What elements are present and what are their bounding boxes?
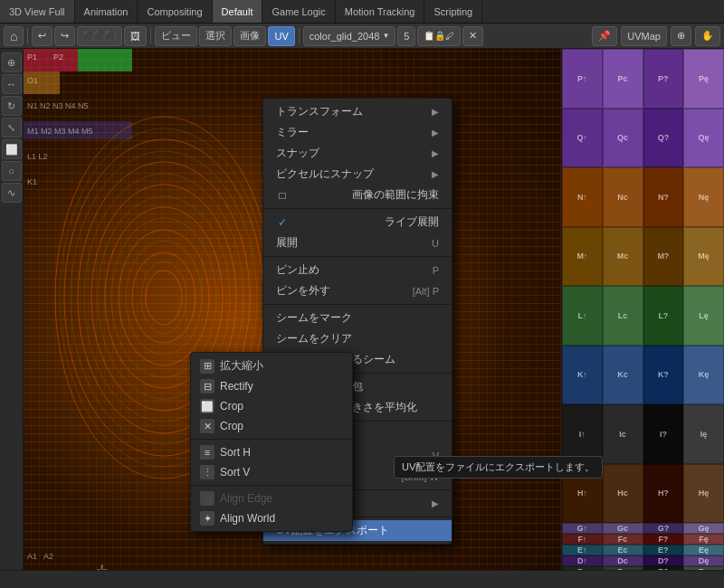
menu-shortcut-7: U — [432, 238, 439, 249]
left-tool-scale[interactable]: ⤡ — [2, 118, 22, 138]
toolbar-pin[interactable]: 📌 — [592, 26, 617, 46]
menu-item-label-2: スナップ — [276, 146, 319, 161]
menu-arrow-0: ▶ — [432, 107, 439, 117]
color-cell-10: N? — [643, 167, 684, 227]
menu-item-1[interactable]: ミラー▶ — [263, 122, 452, 143]
toolbar-cursor-icon[interactable]: ⊕ — [671, 26, 691, 46]
left-tool-circle[interactable]: ○ — [2, 161, 22, 181]
toolbar-frame-num[interactable]: 5 — [397, 26, 415, 46]
toolbar-uv-menu[interactable]: UV — [268, 26, 294, 46]
toolbar-hand-icon[interactable]: ✋ — [695, 26, 720, 46]
color-cell-32: G↑ — [562, 523, 603, 534]
toolbar-mode-icons[interactable]: ⬛⬛⬛ — [77, 26, 122, 46]
menu-shortcut-21: [Shift] W — [401, 471, 439, 482]
left-tool-box[interactable]: ⬜ — [2, 139, 22, 159]
submenu-icon-5: ≡ — [200, 445, 214, 460]
color-cell-16: L↑ — [562, 286, 603, 346]
color-cell-20: K↑ — [562, 346, 603, 405]
toolbar-select-menu[interactable]: 選択 — [199, 26, 232, 46]
submenu-label-5: Sort H — [220, 446, 251, 459]
toolbar-texture-dropdown[interactable]: color_glid_2048 ▼ — [303, 26, 396, 46]
submenu-icon-1: ⊟ — [200, 379, 214, 394]
color-cell-47: Dę — [683, 555, 724, 566]
menu-item-0[interactable]: トランスフォーム▶ — [263, 101, 452, 122]
submenu-icon-9: ✦ — [200, 511, 214, 526]
tab-scripting[interactable]: Scripting — [424, 0, 482, 23]
submenu-item-1[interactable]: ⊟ Rectify — [191, 376, 352, 396]
menu-item-6[interactable]: ✓ライブ展開 — [263, 212, 452, 232]
toolbar-undo[interactable]: ↩ — [32, 26, 52, 46]
submenu-item-2[interactable]: ⬜ Crop — [191, 396, 352, 416]
menu-item-label-0: トランスフォーム — [276, 104, 363, 119]
left-tool-cursor[interactable]: ⊕ — [2, 52, 22, 72]
sep1 — [27, 28, 28, 44]
color-cell-2: P? — [643, 49, 684, 109]
menu-arrow-3: ▶ — [432, 169, 439, 179]
color-cell-18: L? — [643, 286, 684, 346]
tab-game-logic[interactable]: Game Logic — [262, 0, 335, 23]
left-tool-rotate[interactable]: ↻ — [2, 96, 22, 116]
color-cell-6: Q? — [643, 109, 684, 168]
color-cell-7: Qę — [683, 109, 724, 168]
color-cell-26: I? — [643, 404, 684, 464]
toolbar-extra-icons[interactable]: 📋🔒🖊 — [417, 26, 461, 46]
tab-animation[interactable]: Animation — [75, 0, 138, 23]
checkbox-icon-4: □ — [276, 189, 289, 202]
color-cell-25: Ic — [603, 404, 643, 464]
color-cell-9: Nc — [603, 167, 643, 227]
toolbar-image-mode[interactable]: 🖼 — [124, 26, 147, 46]
menu-item-7[interactable]: 展開U — [263, 232, 452, 253]
color-cell-45: Dc — [603, 555, 643, 566]
menu-separator-5 — [263, 208, 452, 209]
color-grid: P↑PcP?PęQ↑QcQ?QęN↑NcN?NęM↑McM?MęL↑LcL?Lę… — [562, 49, 724, 588]
svg-point-1 — [132, 252, 195, 343]
menubar-tabs: 3D View Full Animation Compositing Defau… — [0, 0, 482, 23]
tab-default[interactable]: Default — [213, 0, 263, 23]
submenu-item-6[interactable]: ⋮ Sort V — [191, 462, 352, 482]
toolbar-uvmap-label[interactable]: UVMap — [621, 26, 667, 46]
tab-3d-view-full[interactable]: 3D View Full — [0, 0, 75, 23]
uv-patch-green-top — [78, 49, 132, 71]
tab-motion-tracking[interactable]: Motion Tracking — [336, 0, 425, 23]
color-cell-34: G? — [643, 523, 684, 534]
status-bar — [0, 570, 724, 588]
menu-arrow-2: ▶ — [432, 148, 439, 158]
color-cell-38: F? — [643, 534, 684, 545]
tab-compositing[interactable]: Compositing — [138, 0, 212, 23]
submenu-label-3: Crop — [220, 420, 243, 432]
menu-item-12[interactable]: シームをマーク — [263, 308, 452, 328]
color-cell-27: Ię — [683, 404, 724, 464]
color-cell-21: Kc — [603, 346, 643, 405]
submenu-icon-0: ⊞ — [200, 359, 214, 374]
toolbar-view-menu[interactable]: ビュー — [155, 26, 197, 46]
toolbar-close[interactable]: ✕ — [462, 26, 483, 46]
menu-item-9[interactable]: ピン止めP — [263, 260, 452, 280]
menu-item-label-9: ピン止め — [276, 262, 319, 278]
toolbar-image-menu[interactable]: 画像 — [233, 26, 266, 46]
menu-item-4[interactable]: □画像の範囲に拘束 — [263, 185, 452, 205]
submenu-item-0[interactable]: ⊞ 拡大縮小 — [191, 356, 352, 376]
toolbar-redo[interactable]: ↪ — [54, 26, 75, 46]
color-cell-1: Pc — [603, 49, 643, 109]
menu-shortcut-20: V — [433, 450, 439, 461]
left-tool-lasso[interactable]: ∿ — [2, 183, 22, 203]
color-cell-3: Pę — [683, 49, 724, 109]
submenu-label-0: 拡大縮小 — [220, 358, 263, 374]
toolbar-icon-home[interactable]: ⌂ — [4, 26, 24, 46]
menu-item-3[interactable]: ピクセルにスナップ▶ — [263, 164, 452, 185]
svg-point-9 — [126, 241, 202, 355]
color-cell-35: Gę — [683, 523, 724, 534]
menu-item-10[interactable]: ピンを外す[Alt] P — [263, 280, 452, 301]
left-toolbar: ⊕ ↔ ↻ ⤡ ⬜ ○ ∿ — [0, 49, 24, 588]
submenu-separator-7 — [191, 485, 352, 486]
menu-item-label-10: ピンを外す — [276, 283, 330, 299]
submenu-item-3[interactable]: ✕ Crop — [191, 416, 352, 436]
left-tool-move[interactable]: ↔ — [2, 74, 22, 94]
submenu-item-5[interactable]: ≡ Sort H — [191, 442, 352, 462]
menu-item-label-7: 展開 — [276, 235, 298, 251]
color-cell-8: N↑ — [562, 167, 603, 227]
submenu-item-9[interactable]: ✦ Align World — [191, 508, 352, 528]
menu-item-13[interactable]: シームをクリア — [263, 328, 452, 349]
menu-item-2[interactable]: スナップ▶ — [263, 143, 452, 164]
color-cell-0: P↑ — [562, 49, 603, 109]
